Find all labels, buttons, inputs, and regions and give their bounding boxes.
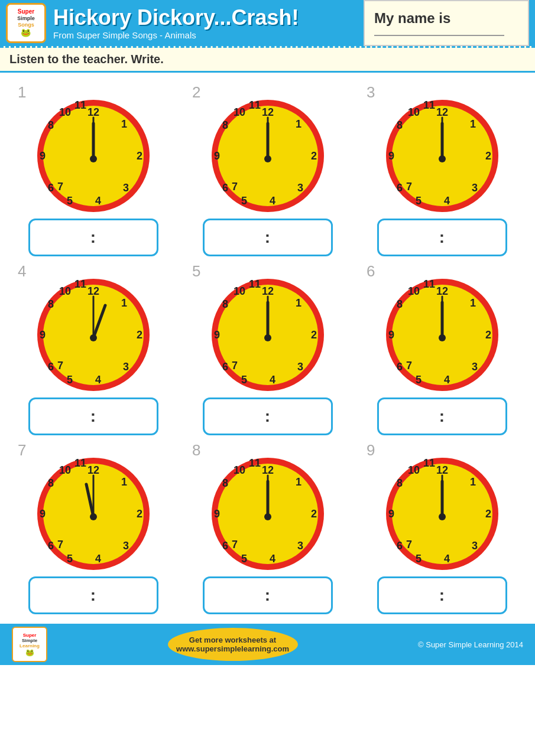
clock-item-2: 2 12 1 2 3 4 5 6 9 8 10 11 7	[186, 83, 349, 256]
svg-text:6: 6	[396, 182, 402, 194]
svg-text:3: 3	[297, 182, 303, 194]
svg-text:8: 8	[396, 477, 402, 489]
clock-number-6: 6	[367, 262, 375, 281]
answer-box-7[interactable]: :	[28, 576, 158, 614]
clock-item-6: 6 12 1 2 3 4 5 6 9 8 10 11 7	[361, 262, 523, 435]
svg-text:7: 7	[231, 539, 237, 550]
answer-box-3[interactable]: :	[377, 219, 507, 256]
svg-text:4: 4	[269, 195, 275, 207]
colon-9: :	[427, 586, 456, 605]
page-subtitle: From Super Simple Songs - Animals	[53, 30, 364, 40]
svg-text:4: 4	[95, 553, 100, 565]
svg-text:6: 6	[222, 182, 228, 194]
svg-text:6: 6	[47, 540, 53, 552]
svg-text:6: 6	[222, 540, 228, 552]
svg-text:4: 4	[443, 195, 449, 207]
svg-text:3: 3	[122, 182, 128, 194]
svg-text:6: 6	[47, 361, 53, 373]
colon-2: :	[253, 228, 282, 247]
svg-text:7: 7	[406, 181, 411, 193]
clock-item-3: 3 12 1 2 3 4 5 6 9 8 10 11 7	[361, 83, 523, 256]
svg-text:12: 12	[436, 285, 448, 297]
name-label: My name is	[374, 10, 518, 27]
svg-text:8: 8	[222, 119, 228, 131]
svg-text:12: 12	[87, 464, 99, 476]
clock-face-1: 12 1 2 3 4 5 6 9 8 10 11 7	[34, 97, 153, 215]
svg-text:3: 3	[471, 361, 477, 373]
logo-text-simple: Simple	[17, 15, 35, 22]
footer-website: www.supersimplelearning.com	[176, 644, 289, 653]
logo-text-songs: Songs	[17, 22, 35, 28]
svg-text:5: 5	[415, 553, 421, 565]
svg-text:11: 11	[74, 99, 86, 111]
svg-text:9: 9	[39, 329, 45, 341]
svg-text:9: 9	[388, 150, 394, 162]
svg-text:3: 3	[122, 361, 128, 373]
svg-text:11: 11	[248, 99, 260, 111]
svg-text:6: 6	[396, 361, 402, 373]
svg-text:9: 9	[388, 329, 394, 341]
svg-text:10: 10	[233, 464, 245, 476]
svg-text:3: 3	[297, 361, 303, 373]
svg-text:4: 4	[269, 374, 275, 386]
answer-box-5[interactable]: :	[203, 397, 333, 435]
clock-item-7: 7 12 1 2 3 4 5 6 9 8 10 11 7	[12, 441, 174, 614]
answer-box-1[interactable]: :	[28, 219, 158, 256]
logo: Super Simple Songs 🐸	[6, 3, 46, 43]
svg-text:12: 12	[87, 106, 99, 118]
clock-face-7: 12 1 2 3 4 5 6 9 8 10 11 7	[34, 455, 153, 573]
svg-text:2: 2	[136, 329, 142, 341]
colon-4: :	[79, 407, 108, 426]
clock-number-3: 3	[367, 83, 375, 102]
clock-item-4: 4 12 1 2 3 4 5 6 9 8 10 11 7	[12, 262, 174, 435]
svg-text:8: 8	[47, 298, 53, 310]
svg-text:12: 12	[261, 106, 273, 118]
answer-box-6[interactable]: :	[377, 397, 507, 435]
instruction-bar: Listen to the teacher. Write.	[0, 46, 535, 73]
svg-text:6: 6	[222, 361, 228, 373]
answer-box-8[interactable]: :	[203, 576, 333, 614]
svg-text:5: 5	[66, 553, 72, 565]
clock-number-2: 2	[192, 83, 200, 102]
svg-text:4: 4	[443, 374, 449, 386]
footer-copyright: © Super Simple Learning 2014	[418, 640, 523, 649]
svg-text:2: 2	[136, 508, 142, 520]
svg-text:11: 11	[423, 99, 435, 111]
svg-text:7: 7	[57, 360, 63, 372]
answer-box-4[interactable]: :	[28, 397, 158, 435]
svg-text:8: 8	[47, 477, 53, 489]
svg-text:11: 11	[74, 457, 86, 469]
svg-text:4: 4	[95, 374, 100, 386]
svg-text:9: 9	[213, 508, 219, 520]
svg-text:9: 9	[39, 508, 45, 520]
clock-face-5: 12 1 2 3 4 5 6 9 8 10 11 7	[209, 276, 327, 394]
svg-text:5: 5	[66, 374, 72, 386]
svg-text:1: 1	[121, 297, 127, 309]
clock-face-6: 12 1 2 3 4 5 6 9 8 10 11 7	[383, 276, 501, 394]
svg-text:2: 2	[310, 329, 316, 341]
svg-text:7: 7	[406, 539, 411, 550]
logo-text-super: Super	[17, 8, 35, 15]
clock-face-2: 12 1 2 3 4 5 6 9 8 10 11 7	[209, 97, 327, 215]
svg-text:2: 2	[485, 150, 491, 162]
header-text-block: Hickory Dickory...Crash! From Super Simp…	[53, 6, 364, 41]
svg-text:1: 1	[295, 297, 301, 309]
svg-text:11: 11	[423, 457, 435, 469]
svg-text:6: 6	[47, 182, 53, 194]
clock-number-8: 8	[192, 441, 200, 460]
answer-box-9[interactable]: :	[377, 576, 507, 614]
clock-face-8: 12 1 2 3 4 5 6 9 8 10 11 7	[209, 455, 327, 573]
answer-box-2[interactable]: :	[203, 219, 333, 256]
svg-text:7: 7	[57, 181, 63, 193]
svg-text:9: 9	[388, 508, 394, 520]
colon-7: :	[79, 586, 108, 605]
svg-text:5: 5	[415, 195, 421, 207]
svg-text:7: 7	[57, 539, 63, 550]
svg-text:10: 10	[233, 285, 245, 297]
svg-text:4: 4	[95, 195, 100, 207]
svg-text:3: 3	[122, 540, 128, 552]
clock-grid: 1 12 1 2 3 4 5 6 9 8 10	[12, 83, 523, 614]
clock-face-3: 12 1 2 3 4 5 6 9 8 10 11 7	[383, 97, 501, 215]
clock-face-4: 12 1 2 3 4 5 6 9 8 10 11 7	[34, 276, 153, 394]
colon-3: :	[427, 228, 456, 247]
